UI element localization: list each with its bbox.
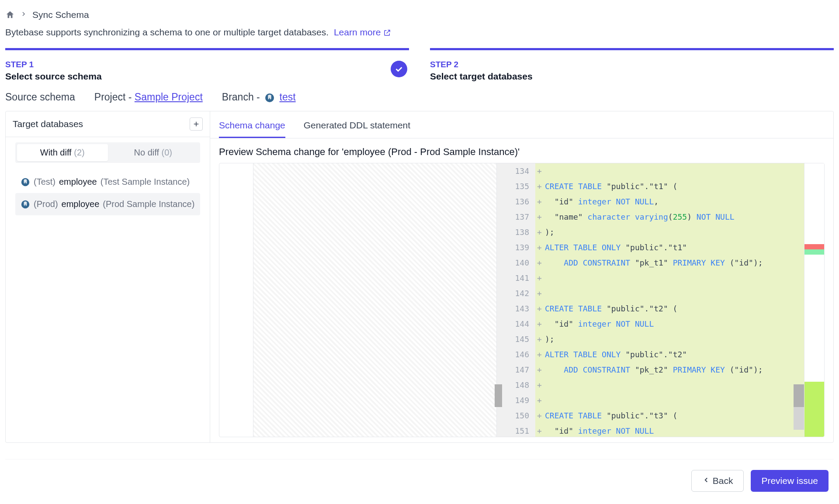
learn-more-link[interactable]: Learn more [334,27,391,38]
source-schema-label: Source schema [5,91,75,103]
scroll-indicator [794,384,804,407]
diff-viewer[interactable]: 1341351361371381391401411421431441451461… [219,163,825,437]
step-2[interactable]: STEP 2 Select target databases [430,48,834,82]
database-item-test[interactable]: (Test) employee (Test Sample Instance) [15,171,200,193]
postgres-icon [21,177,30,187]
preview-issue-button[interactable]: Preview issue [751,470,829,492]
home-icon[interactable] [5,10,15,20]
description-text: Bytebase supports synchronizing a schema… [5,27,329,37]
external-link-icon [383,28,391,36]
add-database-button[interactable] [190,117,203,131]
page-description: Bytebase supports synchronizing a schema… [0,24,839,48]
no-diff-tab[interactable]: No diff (0) [108,144,199,161]
postgres-icon [21,200,30,209]
step-1[interactable]: STEP 1 Select source schema [5,48,409,82]
scroll-indicator [495,384,502,407]
target-databases-header: Target databases [13,119,83,129]
project-link[interactable]: Sample Project [135,91,203,103]
source-summary-row: Source schema Project - Sample Project B… [0,82,839,111]
step-1-title: Select source schema [5,71,409,82]
diff-panel: Schema change Generated DDL statement Pr… [210,111,833,442]
main-area: Target databases With diff (2) No diff (… [5,111,834,443]
check-icon [391,61,407,77]
tab-schema-change[interactable]: Schema change [219,117,285,138]
scroll-indicator [794,407,804,430]
database-item-prod[interactable]: (Prod) employee (Prod Sample Instance) [15,193,200,215]
diff-tabs: Schema change Generated DDL statement [210,111,833,138]
branch-field: Branch - test [222,91,296,103]
back-button[interactable]: Back [691,470,744,492]
steps-nav: STEP 1 Select source schema STEP 2 Selec… [0,48,839,82]
diff-after-pane: 1341351361371381391401411421431441451461… [497,163,824,437]
chevron-right-icon [20,10,27,20]
diff-filter-toggle: With diff (2) No diff (0) [15,142,200,163]
postgres-icon [264,93,275,103]
minimap[interactable] [804,163,824,437]
chevron-left-icon [702,476,710,486]
step-2-title: Select target databases [430,71,834,82]
target-databases-panel: Target databases With diff (2) No diff (… [6,111,210,442]
preview-title: Preview Schema change for 'employee (Pro… [210,138,833,163]
step-1-number: STEP 1 [5,60,409,69]
project-field: Project - Sample Project [94,91,203,103]
with-diff-tab[interactable]: With diff (2) [17,144,108,161]
diff-before-pane [219,163,497,437]
step-2-number: STEP 2 [430,60,834,69]
breadcrumb-current: Sync Schema [32,10,89,20]
database-list: (Test) employee (Test Sample Instance) (… [6,168,210,218]
branch-link[interactable]: test [280,91,296,103]
breadcrumb: Sync Schema [0,0,839,24]
tab-generated-ddl[interactable]: Generated DDL statement [304,117,410,138]
footer-actions: Back Preview issue [5,459,834,492]
